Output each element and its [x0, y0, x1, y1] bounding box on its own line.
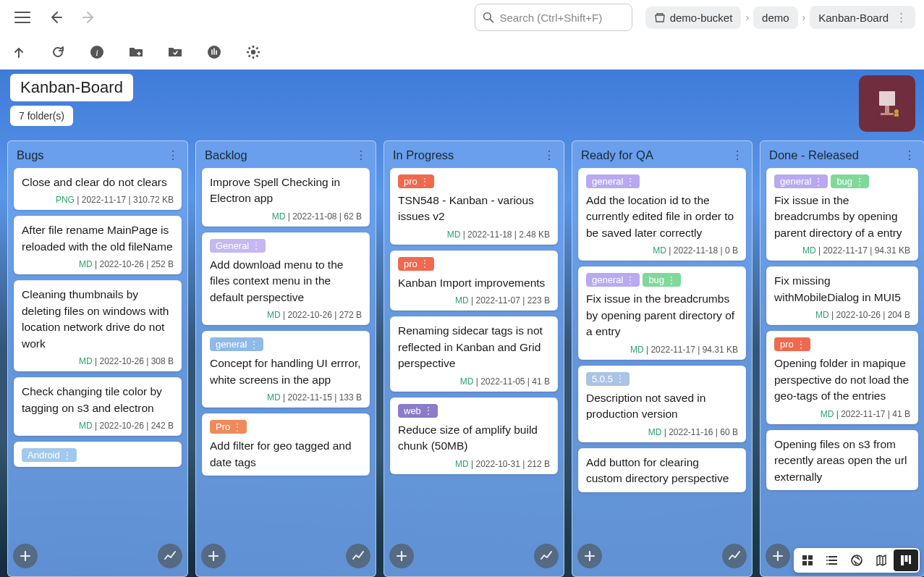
column-stats-button[interactable] [534, 544, 559, 568]
column-menu-icon[interactable]: ⋮ [355, 148, 367, 162]
kanban-card[interactable]: general⋮Add the location id to the curre… [578, 168, 746, 261]
nav-forward-icon[interactable] [75, 4, 103, 31]
tag-menu-icon[interactable]: ⋮ [626, 275, 635, 285]
view-grid-button[interactable] [795, 549, 820, 571]
file-ext: MD [267, 310, 281, 320]
tag-menu-icon[interactable]: ⋮ [424, 405, 433, 416]
tag-menu-icon[interactable]: ⋮ [626, 177, 635, 187]
board-thumbnail[interactable] [859, 75, 915, 132]
tag[interactable]: pro⋮ [398, 257, 434, 271]
refresh-icon[interactable] [48, 42, 68, 62]
kanban-card[interactable]: general⋮bug⋮Fix issue in the breadcrumbs… [578, 266, 746, 359]
column-menu-icon[interactable]: ⋮ [732, 148, 743, 162]
new-folder-icon[interactable] [126, 42, 146, 62]
kanban-card[interactable]: Android⋮ [14, 442, 182, 467]
column-menu-icon[interactable]: ⋮ [904, 148, 915, 162]
kanban-card[interactable]: pro⋮TSN548 - Kanban - various issues v2M… [390, 168, 558, 245]
tag[interactable]: web⋮ [398, 404, 438, 418]
kanban-card[interactable]: Renaming sidecar tags is not reflected i… [390, 316, 558, 391]
tag[interactable]: General⋮ [210, 239, 266, 253]
tag-menu-icon[interactable]: ⋮ [233, 422, 242, 432]
upload-icon[interactable] [9, 42, 29, 62]
breadcrumb-item[interactable]: Kanban-Board⋮ [810, 6, 915, 29]
column-stats-button[interactable] [722, 544, 747, 568]
column-title: In Progress [393, 148, 454, 162]
kanban-card[interactable]: Close and clear do not clearsPNG | 2022-… [14, 168, 182, 210]
more-icon[interactable]: ⋮ [896, 11, 907, 24]
tag[interactable]: general⋮ [774, 174, 828, 188]
tag-menu-icon[interactable]: ⋮ [250, 340, 258, 350]
file-ext: MD [821, 409, 834, 419]
search-input[interactable] [499, 12, 624, 24]
tag[interactable]: general⋮ [210, 337, 263, 351]
kanban-card[interactable]: Check changing tile color by tagging on … [14, 377, 182, 436]
tag[interactable]: general⋮ [586, 174, 640, 188]
tag-menu-icon[interactable]: ⋮ [814, 177, 823, 187]
info-icon[interactable]: i [87, 42, 107, 62]
tag-menu-icon[interactable]: ⋮ [420, 177, 429, 187]
tag-label: general [592, 176, 623, 187]
kanban-card[interactable]: general⋮bug⋮Fix issue in the breadcrumbs… [766, 168, 918, 261]
card-size: 62 B [344, 211, 362, 222]
add-card-button[interactable] [201, 544, 226, 568]
breadcrumb-item[interactable]: demo-bucket [645, 7, 742, 29]
tag[interactable]: general⋮ [586, 273, 640, 287]
add-card-button[interactable] [766, 544, 790, 568]
view-map-button[interactable] [869, 549, 894, 571]
kanban-card[interactable]: Fix missing withMobileDialog in MUI5MD |… [766, 266, 918, 325]
card-title: Improve Spell Checking in Electron app [210, 174, 362, 207]
column-stats-button[interactable] [346, 544, 370, 568]
tag[interactable]: Pro⋮ [210, 420, 247, 434]
add-card-button[interactable] [577, 544, 602, 568]
tag-menu-icon[interactable]: ⋮ [252, 240, 260, 250]
kanban-card[interactable]: general⋮Concept for handling UI errror, … [202, 331, 370, 408]
tag[interactable]: Android⋮ [22, 448, 77, 462]
menu-icon[interactable] [9, 4, 36, 31]
kanban-card[interactable]: 5.0.5⋮Description not saved in productio… [578, 366, 746, 442]
tag-menu-icon[interactable]: ⋮ [797, 340, 805, 350]
column-menu-icon[interactable]: ⋮ [167, 148, 179, 162]
tag[interactable]: bug⋮ [643, 273, 681, 287]
card-size: 94.31 KB [875, 245, 910, 256]
add-card-button[interactable] [13, 544, 38, 568]
kanban-card[interactable]: pro⋮Kanban Import improvementsMD | 2022-… [390, 250, 558, 311]
nav-back-icon[interactable] [42, 4, 69, 31]
tag-menu-icon[interactable]: ⋮ [63, 450, 72, 460]
tag[interactable]: 5.0.5⋮ [586, 372, 630, 386]
column-menu-icon[interactable]: ⋮ [543, 148, 555, 162]
column-stats-button[interactable] [158, 544, 182, 568]
search-input-wrap[interactable] [475, 4, 632, 31]
kanban-card[interactable]: General⋮Add download menu to the files c… [202, 232, 370, 325]
tag[interactable]: bug⋮ [831, 174, 869, 188]
file-ext: MD [815, 310, 829, 320]
tag-menu-icon[interactable]: ⋮ [667, 275, 676, 285]
column-title: Backlog [205, 148, 247, 162]
add-card-button[interactable] [389, 544, 414, 568]
kanban-card[interactable]: Pro⋮Add filter for geo tagged and date t… [202, 413, 370, 476]
card-title: Renaming sidecar tags is not reflected i… [398, 323, 550, 371]
kanban-card[interactable]: Improve Spell Checking in Electron appMD… [202, 168, 370, 227]
kanban-card[interactable]: After file rename MainPage is reloaded w… [14, 216, 182, 274]
kanban-card[interactable]: Add button for clearing custom directory… [578, 448, 746, 492]
import-icon[interactable] [165, 42, 185, 62]
tag-menu-icon[interactable]: ⋮ [420, 258, 429, 269]
card-date: 2022-10-26 [836, 310, 880, 320]
kanban-card[interactable]: Cleaning thumbnails by deleting files on… [14, 280, 182, 371]
tag[interactable]: pro⋮ [774, 337, 810, 351]
settings-icon[interactable] [243, 42, 263, 62]
breadcrumb-item[interactable]: demo [753, 7, 798, 29]
view-kanban-button[interactable] [894, 549, 918, 571]
sort-icon[interactable] [204, 42, 224, 62]
view-aperture-button[interactable] [844, 549, 869, 571]
kanban-card[interactable]: pro⋮Opening folder in mapique perspectiv… [766, 331, 918, 424]
tag[interactable]: pro⋮ [398, 174, 434, 188]
card-size: 242 B [151, 421, 174, 431]
card-date: 2022-11-15 [287, 392, 331, 403]
tag-menu-icon[interactable]: ⋮ [855, 177, 864, 187]
kanban-card[interactable]: web⋮Reduce size of amplify build chunk (… [390, 397, 558, 474]
svg-point-17 [852, 555, 862, 565]
tag-menu-icon[interactable]: ⋮ [616, 374, 624, 384]
kanban-card[interactable]: Opening files on s3 from recently areas … [766, 430, 918, 490]
kanban-column: Done - Released⋮general⋮bug⋮Fix issue in… [760, 140, 924, 577]
view-list-button[interactable] [820, 549, 844, 571]
